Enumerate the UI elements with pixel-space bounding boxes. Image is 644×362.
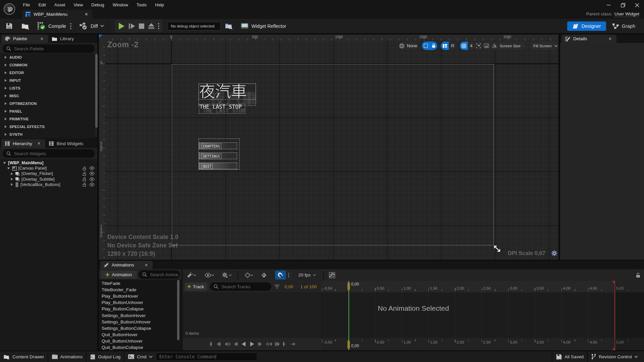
lock-icon[interactable]	[83, 182, 87, 187]
playhead-line[interactable]	[348, 281, 349, 292]
expand-arrow-icon[interactable]	[4, 79, 7, 82]
grid-snap-size[interactable]: 4	[468, 42, 475, 50]
add-animation-button[interactable]: Animation	[101, 270, 137, 279]
expand-arrow-icon[interactable]	[4, 110, 7, 113]
animation-item-play_buttonunhover[interactable]: Play_ButtonUnhover	[99, 299, 181, 306]
palette-category-special-effects[interactable]: SPECIAL EFFECTS	[0, 123, 95, 130]
palette-category-misc[interactable]: MISC	[0, 92, 95, 100]
animation-item-titlefade[interactable]: TitleFade	[99, 280, 181, 287]
timeline-ruler-bottom[interactable]: -0,500,501,001,502,002,503,003,504,004,5…	[321, 338, 644, 350]
tab-library[interactable]: Library	[48, 35, 77, 43]
auto-key-button[interactable]	[261, 272, 267, 278]
save-button[interactable]	[6, 22, 13, 29]
expand-arrow-icon[interactable]	[4, 102, 7, 105]
play-button[interactable]	[118, 22, 125, 30]
fill-screen-dropdown[interactable]: Fill Screen	[530, 42, 558, 50]
playhead-line[interactable]	[348, 338, 349, 350]
palette-category-synth[interactable]: SYNTH	[0, 130, 95, 138]
debug-object-dropdown[interactable]: No debug object selected	[167, 22, 221, 31]
tab-animations[interactable]: Animations ✕	[100, 261, 153, 269]
tab-bind-widgets[interactable]: Bind Widgets	[45, 139, 87, 148]
frame-skip-button[interactable]	[128, 22, 136, 30]
expand-arrow-icon[interactable]	[4, 71, 7, 74]
prev-key-button[interactable]	[224, 342, 230, 347]
tab-palette[interactable]: Palette ✕	[1, 35, 48, 43]
palette-category-audio[interactable]: AUDIO	[0, 53, 95, 61]
respect-locks-toggle[interactable]: R	[449, 42, 457, 50]
palette-category-editor[interactable]: EDITOR	[0, 69, 95, 76]
window-close-button[interactable]	[630, 0, 644, 10]
expand-arrow-icon[interactable]	[4, 117, 7, 121]
expand-arrow-icon[interactable]	[4, 125, 7, 128]
button-settings[interactable]: SETTINGS	[199, 153, 237, 159]
palette-category-lists[interactable]: LISTS	[0, 84, 95, 92]
animation-item-settings_buttonhover[interactable]: Settings_ButtonHover	[99, 312, 181, 318]
visibility-eye-icon[interactable]	[89, 172, 95, 176]
tree-row-wbp_mainmenu[interactable]: [WBP_MainMenu]	[0, 160, 97, 166]
menu-help[interactable]: Help	[151, 1, 168, 9]
designer-viewport[interactable]: 0500100015002000 05001000 Zoom -2 Device…	[99, 35, 558, 260]
menu-tools[interactable]: Tools	[132, 1, 151, 9]
animations-statusbar-button[interactable]: Animations	[48, 351, 86, 362]
tree-row-overlay_subtitle[interactable]: [Overlay_Subtitle]	[0, 177, 97, 182]
asset-tab-wbp-mainmenu[interactable]: WBP_MainMenu ✕	[22, 10, 92, 19]
stop-button[interactable]	[139, 23, 145, 29]
parent-class-link[interactable]: User Widget	[614, 11, 639, 17]
animation-item-play_buttonhover[interactable]: Play_ButtonHover	[99, 293, 181, 299]
current-time-value[interactable]: 0,00	[284, 284, 293, 289]
frame-forward-button[interactable]	[258, 342, 263, 347]
tab-details[interactable]: Details ✕	[561, 35, 616, 43]
expand-arrow-icon[interactable]	[4, 63, 7, 67]
expand-arrow-icon[interactable]	[4, 86, 7, 90]
lock-icon[interactable]	[83, 177, 87, 181]
lock-icon[interactable]	[83, 166, 87, 171]
menu-window[interactable]: Window	[108, 1, 132, 9]
timeline-ruler-top[interactable]: -0,500,501,001,502,002,503,003,504,004,5…	[321, 281, 644, 292]
window-restore-button[interactable]	[616, 0, 630, 10]
fps-dropdown[interactable]: 20 fps	[299, 273, 316, 278]
timeline-body[interactable]	[321, 292, 644, 338]
hierarchy-tab-close-icon[interactable]: ✕	[37, 141, 41, 146]
palette-search-input[interactable]: Search Palette	[3, 45, 95, 53]
animation-item-quit_buttonunhover[interactable]: Quit_ButtonUnhover	[99, 338, 181, 344]
playhead-line[interactable]	[348, 292, 349, 338]
button-quit[interactable]: QUIT	[199, 163, 237, 169]
all-saved-button[interactable]: All Saved	[552, 351, 587, 362]
compile-button[interactable]: Compile	[37, 22, 71, 30]
go-to-front-button[interactable]	[208, 342, 213, 347]
step-back-button[interactable]	[216, 342, 221, 347]
asset-tab-close-icon[interactable]: ✕	[85, 12, 88, 17]
window-minimize-button[interactable]	[602, 0, 616, 10]
localization-preview-pill[interactable]: None	[399, 42, 418, 50]
menu-debug[interactable]: Debug	[87, 1, 108, 9]
track-search-input[interactable]: Search Tracks	[210, 283, 271, 291]
debug-browse-button[interactable]	[225, 22, 233, 29]
snap-toggle-button[interactable]	[275, 272, 286, 279]
marquee-select-toggle[interactable]	[422, 42, 430, 50]
step-forward-button[interactable]	[275, 342, 280, 347]
widget-reflector-button[interactable]: Widget Reflector	[240, 23, 286, 29]
tab-hierarchy[interactable]: Hierarchy ✕	[1, 139, 45, 148]
menu-view[interactable]: View	[69, 1, 87, 9]
add-track-button[interactable]: Track	[185, 283, 207, 291]
tree-row-canvas panel[interactable]: [Canvas Panel]	[0, 166, 97, 171]
menu-file[interactable]: File	[19, 1, 34, 9]
sequencer-settings-button[interactable]	[187, 272, 196, 278]
menu-edit[interactable]: Edit	[34, 1, 50, 9]
play-options-icon[interactable]	[158, 23, 159, 29]
output-log-button[interactable]: Output Log	[87, 351, 124, 362]
animation-item-settings_buttoncollapse[interactable]: Settings_ButtonCollapse	[99, 325, 181, 331]
grid-snap-toggle-icon[interactable]	[460, 42, 468, 50]
designer-mode-button[interactable]: Designer	[567, 21, 606, 31]
screen-size-dropdown[interactable]: Screen Size	[496, 42, 525, 50]
expand-arrow-icon[interactable]	[4, 94, 7, 98]
keyframe-options-button[interactable]	[245, 273, 253, 278]
end-marker-line[interactable]	[614, 292, 615, 338]
diff-button[interactable]: Diff	[79, 22, 104, 31]
dpi-settings-gear-icon[interactable]	[551, 250, 557, 256]
palette-tab-close-icon[interactable]: ✕	[40, 37, 44, 41]
animation-item-quit_buttonhover[interactable]: Quit_ButtonHover	[99, 331, 181, 338]
animation-item-titleborder_fade[interactable]: TitleBorder_Fade	[99, 287, 181, 293]
go-to-end-button[interactable]	[283, 342, 288, 347]
playback-mode-button[interactable]	[290, 342, 296, 347]
